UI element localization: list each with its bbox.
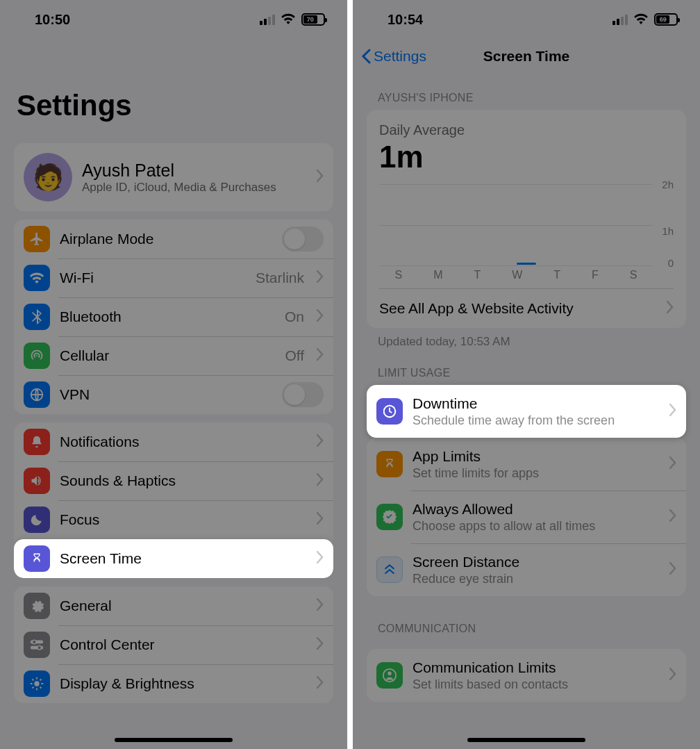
hourglass-icon <box>24 545 50 572</box>
vpn-label: VPN <box>60 386 272 403</box>
downtime-card: Downtime Schedule time away from the scr… <box>367 385 686 438</box>
bell-icon <box>24 429 50 455</box>
chevron-right-icon <box>669 509 676 525</box>
chevron-right-icon <box>317 473 324 488</box>
communication-limits-row[interactable]: Communication Limits Set limits based on… <box>367 649 686 702</box>
clock-icon <box>376 398 403 425</box>
chevron-right-icon <box>317 309 324 324</box>
cellular-row[interactable]: Cellular Off <box>14 336 333 375</box>
bar-wednesday <box>517 263 536 265</box>
label-thu: T <box>553 269 560 281</box>
brightness-icon <box>24 670 50 697</box>
home-indicator[interactable] <box>115 738 233 742</box>
person-icon <box>376 662 403 689</box>
status-time: 10:50 <box>35 12 70 28</box>
hourglass-icon <box>376 451 403 477</box>
back-label: Settings <box>374 48 426 65</box>
wifi-row[interactable]: Wi-Fi Starlink <box>14 258 333 297</box>
daily-average-value: 1m <box>379 140 674 174</box>
apple-id-row[interactable]: 🧑 Ayush Patel Apple ID, iCloud, Media & … <box>14 143 333 211</box>
display-label: Display & Brightness <box>60 675 307 692</box>
chevron-right-icon <box>317 676 324 691</box>
wifi-icon <box>633 12 649 28</box>
app-limits-sub: Set time limits for apps <box>412 466 660 481</box>
notifications-row[interactable]: Notifications <box>14 422 333 461</box>
status-time: 10:54 <box>388 12 423 28</box>
avatar: 🧑 <box>24 153 72 201</box>
nav-title: Screen Time <box>483 48 570 65</box>
bluetooth-icon <box>24 304 50 330</box>
display-row[interactable]: Display & Brightness <box>14 664 333 703</box>
downtime-title: Downtime <box>412 395 660 412</box>
day-labels: S M T W T F S <box>379 269 653 281</box>
label-fri: F <box>592 269 599 281</box>
screen-distance-sub: Reduce eye strain <box>412 572 660 586</box>
downtime-sub: Schedule time away from the screen <box>412 413 660 428</box>
downtime-row[interactable]: Downtime Schedule time away from the scr… <box>367 385 686 438</box>
always-allowed-sub: Choose apps to allow at all times <box>412 519 660 534</box>
usage-chart: 2h 1h 0 S M T W T F S <box>379 184 674 281</box>
airplane-toggle[interactable] <box>282 227 324 252</box>
airplane-icon <box>24 226 50 252</box>
status-bar: 10:50 70 <box>0 0 347 39</box>
settings-screen: 10:50 70 Settings 🧑 Ayush Patel Apple ID… <box>0 0 347 749</box>
chevron-right-icon <box>669 562 676 577</box>
cellular-label: Cellular <box>60 347 275 364</box>
label-mon: M <box>433 269 442 281</box>
label-tue: T <box>474 269 481 281</box>
axis-0: 0 <box>668 257 674 269</box>
focus-row[interactable]: Focus <box>14 500 333 539</box>
general-label: General <box>60 598 307 614</box>
status-bar: 10:54 69 <box>353 0 700 39</box>
control-center-label: Control Center <box>60 636 307 653</box>
general-row[interactable]: General <box>14 586 333 625</box>
sounds-row[interactable]: Sounds & Haptics <box>14 461 333 500</box>
profile-group: 🧑 Ayush Patel Apple ID, iCloud, Media & … <box>14 143 333 211</box>
always-allowed-row[interactable]: Always Allowed Choose apps to allow at a… <box>367 491 686 543</box>
cellular-signal-icon <box>260 15 275 25</box>
moon-icon <box>24 507 50 533</box>
svg-point-5 <box>34 681 39 686</box>
axis-1h: 1h <box>662 225 674 237</box>
notifications-label: Notifications <box>60 434 307 450</box>
svg-point-4 <box>38 645 41 650</box>
communication-group: Communication Limits Set limits based on… <box>367 649 686 702</box>
screen-distance-row[interactable]: Screen Distance Reduce eye strain <box>367 543 686 596</box>
home-indicator[interactable] <box>467 738 585 742</box>
cellular-icon <box>24 343 50 369</box>
app-limits-title: App Limits <box>412 448 660 465</box>
arrows-up-icon <box>376 557 403 583</box>
nav-bar: Settings Screen Time <box>353 39 700 74</box>
see-all-activity-row[interactable]: See All App & Website Activity <box>379 288 674 328</box>
screen-time-row[interactable]: Screen Time <box>14 539 333 578</box>
vpn-row[interactable]: VPN <box>14 375 333 414</box>
wifi-settings-icon <box>24 265 50 291</box>
svg-point-3 <box>33 640 37 644</box>
always-allowed-title: Always Allowed <box>412 501 660 518</box>
chevron-right-icon <box>317 551 324 566</box>
screen-time-label: Screen Time <box>60 550 307 567</box>
chevron-right-icon <box>317 512 324 527</box>
bluetooth-row[interactable]: Bluetooth On <box>14 297 333 336</box>
chevron-right-icon <box>317 170 324 185</box>
control-center-row[interactable]: Control Center <box>14 625 333 664</box>
vpn-icon <box>24 381 50 408</box>
cellular-signal-icon <box>612 15 628 25</box>
chevron-right-icon <box>317 637 324 652</box>
back-button[interactable]: Settings <box>361 48 426 65</box>
screen-distance-title: Screen Distance <box>412 554 660 570</box>
usage-card[interactable]: Daily Average 1m 2h 1h 0 S M T W T F S <box>367 110 686 328</box>
gear-icon <box>24 593 50 619</box>
communication-limits-title: Communication Limits <box>412 659 660 676</box>
airplane-mode-row[interactable]: Airplane Mode <box>14 220 333 258</box>
chevron-right-icon <box>317 598 324 614</box>
profile-name: Ayush Patel <box>82 160 307 181</box>
app-limits-row[interactable]: App Limits Set time limits for apps <box>367 438 686 491</box>
see-all-label: See All App & Website Activity <box>379 300 574 317</box>
notifications-group: Notifications Sounds & Haptics Focus Scr… <box>14 422 333 578</box>
sounds-label: Sounds & Haptics <box>60 472 307 489</box>
battery-icon: 70 <box>301 13 325 26</box>
device-header: AYUSH'S IPHONE <box>353 74 700 110</box>
communication-limits-sub: Set limits based on contacts <box>412 677 660 692</box>
vpn-toggle[interactable] <box>282 382 324 407</box>
